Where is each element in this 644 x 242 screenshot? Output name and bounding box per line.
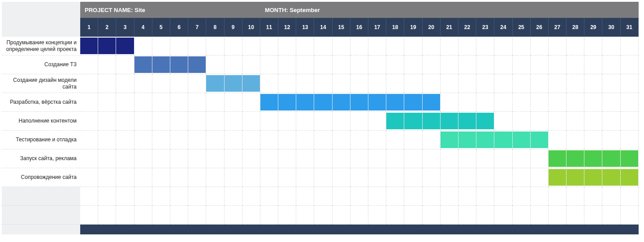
gantt-cell bbox=[333, 168, 350, 187]
gantt-cell bbox=[566, 168, 584, 187]
gantt-cell bbox=[476, 149, 494, 168]
gantt-cell bbox=[423, 93, 441, 112]
day-header: 28 bbox=[566, 18, 584, 37]
gantt-cell bbox=[549, 55, 566, 74]
gantt-cell bbox=[441, 206, 458, 225]
gantt-cell bbox=[278, 112, 296, 131]
gantt-cell bbox=[134, 112, 152, 131]
gantt-cell bbox=[549, 206, 566, 225]
gantt-cell bbox=[80, 74, 98, 93]
gantt-cell bbox=[458, 93, 476, 112]
gantt-cell bbox=[134, 168, 152, 187]
gantt-cell bbox=[476, 168, 494, 187]
gantt-bar bbox=[476, 113, 494, 129]
gantt-cell bbox=[513, 168, 531, 187]
gantt-cell bbox=[260, 206, 278, 225]
gantt-cell bbox=[225, 168, 242, 187]
gantt-bar bbox=[242, 75, 260, 92]
gantt-cell bbox=[458, 131, 476, 149]
gantt-cell bbox=[566, 74, 584, 93]
gantt-bar bbox=[386, 94, 404, 110]
gantt-cell bbox=[333, 149, 350, 168]
gantt-cell bbox=[260, 55, 278, 74]
gantt-cell bbox=[314, 74, 332, 93]
gantt-cell bbox=[584, 112, 602, 131]
gantt-cell bbox=[458, 37, 476, 55]
gantt-cell bbox=[441, 187, 458, 206]
gantt-cell bbox=[513, 93, 531, 112]
gantt-cell bbox=[80, 187, 98, 206]
gantt-cell bbox=[513, 112, 531, 131]
gantt-cell bbox=[206, 149, 224, 168]
gantt-cell bbox=[566, 37, 584, 55]
gantt-bar bbox=[423, 94, 440, 110]
gantt-cell bbox=[368, 187, 386, 206]
gantt-cell bbox=[333, 55, 350, 74]
gantt-cell bbox=[549, 187, 566, 206]
gantt-cell bbox=[423, 131, 441, 149]
gantt-cell bbox=[513, 187, 531, 206]
gantt-cell bbox=[441, 149, 458, 168]
gantt-cell bbox=[314, 168, 332, 187]
gantt-cell bbox=[621, 93, 639, 112]
gantt-cell bbox=[225, 149, 242, 168]
gantt-cell bbox=[116, 131, 134, 149]
gantt-bar bbox=[549, 169, 566, 186]
gantt-cell bbox=[170, 74, 188, 93]
gantt-cell bbox=[134, 187, 152, 206]
day-header: 25 bbox=[513, 18, 531, 37]
gantt-cell bbox=[170, 168, 188, 187]
gantt-cell bbox=[350, 112, 368, 131]
gantt-cell bbox=[458, 112, 476, 131]
footer-bar bbox=[80, 225, 639, 234]
gantt-cell bbox=[476, 187, 494, 206]
gantt-bar bbox=[278, 94, 296, 110]
gantt-cell bbox=[566, 55, 584, 74]
gantt-cell bbox=[386, 93, 404, 112]
gantt-cell bbox=[152, 187, 170, 206]
gantt-cell bbox=[152, 112, 170, 131]
gantt-cell bbox=[476, 37, 494, 55]
gantt-cell bbox=[314, 112, 332, 131]
gantt-cell bbox=[206, 55, 224, 74]
gantt-cell bbox=[404, 93, 422, 112]
empty-label bbox=[2, 206, 80, 225]
gantt-bar bbox=[296, 94, 314, 110]
project-value: Site bbox=[134, 7, 145, 13]
gantt-cell bbox=[116, 112, 134, 131]
gantt-cell bbox=[602, 112, 620, 131]
gantt-bar bbox=[98, 38, 116, 54]
gantt-cell bbox=[225, 37, 242, 55]
gantt-bar bbox=[170, 56, 188, 73]
gantt-cell bbox=[242, 168, 260, 187]
gantt-bar bbox=[441, 113, 458, 129]
gantt-cell bbox=[170, 93, 188, 112]
gantt-cell bbox=[368, 206, 386, 225]
gantt-cell bbox=[116, 168, 134, 187]
gantt-cell bbox=[206, 131, 224, 149]
gantt-cell bbox=[314, 187, 332, 206]
gantt-cell bbox=[549, 149, 566, 168]
gantt-cell bbox=[404, 74, 422, 93]
day-header: 26 bbox=[531, 18, 549, 37]
gantt-cell bbox=[494, 37, 512, 55]
project-name-header: PROJECT NAME: Site bbox=[80, 2, 260, 18]
gantt-cell bbox=[441, 112, 458, 131]
gantt-cell bbox=[170, 37, 188, 55]
gantt-cell bbox=[621, 55, 639, 74]
gantt-bar bbox=[423, 113, 440, 129]
gantt-cell bbox=[225, 74, 242, 93]
gantt-bar bbox=[476, 132, 494, 148]
day-header: 8 bbox=[206, 18, 224, 37]
gantt-cell bbox=[350, 55, 368, 74]
gantt-bar bbox=[566, 169, 584, 186]
gantt-cell bbox=[206, 37, 224, 55]
task-label: Создание дизайн модели сайта bbox=[2, 74, 80, 93]
gantt-cell bbox=[260, 74, 278, 93]
gantt-cell bbox=[621, 131, 639, 149]
gantt-cell bbox=[278, 206, 296, 225]
gantt-cell bbox=[170, 187, 188, 206]
gantt-cell bbox=[314, 37, 332, 55]
gantt-cell bbox=[441, 131, 458, 149]
gantt-bar bbox=[458, 132, 476, 148]
